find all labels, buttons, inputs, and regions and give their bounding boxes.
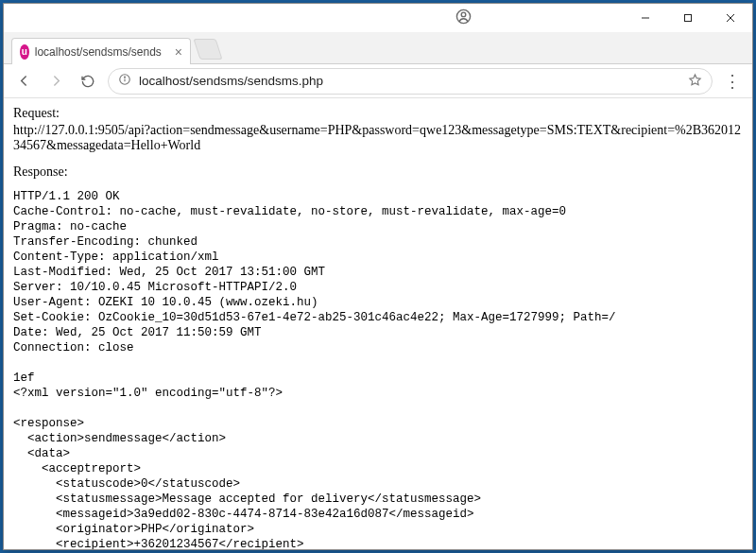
- browser-tab[interactable]: u localhost/sendsms/sends ×: [11, 38, 191, 64]
- window-maximize-button[interactable]: [667, 4, 710, 32]
- response-label: Response:: [13, 164, 743, 180]
- browser-menu-button[interactable]: ⋮: [720, 71, 745, 92]
- new-tab-button[interactable]: [193, 39, 222, 60]
- reload-button[interactable]: [76, 69, 100, 94]
- browser-window: u localhost/sendsms/sends × ⋮ Request:: [3, 3, 753, 550]
- tab-favicon-letter: u: [22, 46, 27, 57]
- svg-marker-9: [690, 74, 700, 84]
- request-label: Request:: [13, 106, 743, 121]
- tab-favicon: u: [20, 44, 29, 60]
- tab-close-icon[interactable]: ×: [175, 44, 182, 60]
- bookmark-star-icon[interactable]: [688, 73, 702, 90]
- site-info-icon[interactable]: [118, 73, 131, 89]
- page-content: Request: http://127.0.0.1:9505/api?actio…: [4, 98, 752, 549]
- tab-bar: u localhost/sendsms/sends ×: [4, 32, 752, 64]
- window-titlebar: [4, 4, 752, 32]
- toolbar: ⋮: [4, 64, 752, 98]
- svg-rect-3: [685, 15, 692, 22]
- forward-button[interactable]: [43, 69, 68, 94]
- tab-title: localhost/sendsms/sends: [35, 45, 162, 59]
- account-icon[interactable]: [455, 9, 472, 28]
- back-button[interactable]: [11, 69, 36, 94]
- address-bar[interactable]: [108, 68, 713, 95]
- svg-point-1: [462, 12, 467, 17]
- svg-point-8: [125, 77, 126, 78]
- url-input[interactable]: [139, 74, 680, 88]
- window-close-button[interactable]: [710, 4, 752, 32]
- response-body: HTTP/1.1 200 OK Cache-Control: no-cache,…: [13, 189, 743, 549]
- window-minimize-button[interactable]: [625, 4, 667, 32]
- request-url: http://127.0.0.1:9505/api?action=sendmes…: [13, 123, 743, 153]
